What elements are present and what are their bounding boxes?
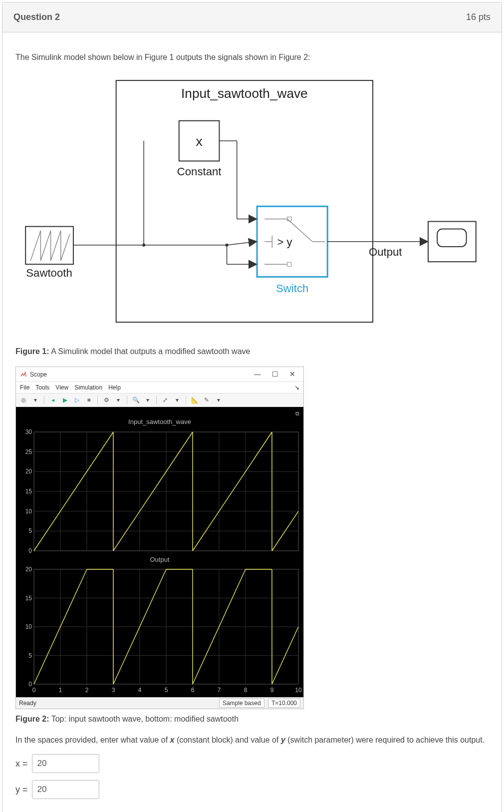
diagram-title: Input_sawtooth_wave <box>181 86 308 101</box>
step-back-icon[interactable]: ◂ <box>48 396 57 405</box>
chart-output: 05101520012345678910 <box>18 566 302 696</box>
menu-simulation[interactable]: Simulation <box>74 383 102 392</box>
popout-icon[interactable]: ⧉ <box>295 410 301 416</box>
svg-rect-10 <box>287 262 291 266</box>
prompt-text: The Simulink model shown below in Figure… <box>15 51 489 63</box>
question-points: 16 pts <box>466 10 491 24</box>
autoscale-icon[interactable]: ⤢ <box>161 396 170 405</box>
settings-icon[interactable]: ⚙ <box>102 396 111 405</box>
svg-text:15: 15 <box>25 488 32 495</box>
x-input[interactable] <box>32 754 99 773</box>
svg-text:7: 7 <box>218 687 221 694</box>
question-body: The Simulink model shown below in Figure… <box>2 32 502 812</box>
matlab-logo-icon <box>20 371 27 378</box>
svg-text:10: 10 <box>25 508 32 515</box>
menu-view[interactable]: View <box>55 383 68 392</box>
svg-text:0: 0 <box>28 681 32 688</box>
scope-menubar: File Tools View Simulation Help ↘ <box>16 382 303 394</box>
menu-tools[interactable]: Tools <box>35 383 49 392</box>
question-title: Question 2 <box>13 10 60 24</box>
scope-plots: ⧉ Input_sawtooth_wave 051015202530 Outpu… <box>16 407 303 697</box>
svg-rect-17 <box>428 221 476 262</box>
switch-block: > y Switch <box>257 206 327 294</box>
figure2-caption: Figure 2: Top: input sawtooth wave, bott… <box>15 713 489 725</box>
sawtooth-block: Sawtooth <box>25 227 73 280</box>
svg-text:20: 20 <box>25 468 32 475</box>
scope-toolbar: ◎▾ ◂ ▶ ▷ ■ ⚙▾ 🔍▾ ⤢▾ 📐 ✎▾ <box>16 394 303 407</box>
scope-titlebar: Scope — ☐ ✕ <box>16 367 303 382</box>
status-ready: Ready <box>19 699 36 708</box>
pin-icon[interactable]: ↘ <box>294 383 299 392</box>
zoom-icon[interactable]: 🔍 <box>131 396 140 405</box>
question-card: Question 2 16 pts The Simulink model sho… <box>2 2 502 812</box>
y-label: y = <box>15 783 28 797</box>
stop-icon[interactable]: ■ <box>84 396 93 405</box>
svg-text:2: 2 <box>85 687 89 694</box>
scope-title: Scope <box>30 370 47 379</box>
highlight-icon[interactable]: ✎ <box>202 396 211 405</box>
svg-text:10: 10 <box>295 687 302 694</box>
svg-rect-18 <box>437 229 466 247</box>
svg-text:0: 0 <box>28 547 32 554</box>
svg-text:Constant: Constant <box>177 165 222 178</box>
plot-title-top: Input_sawtooth_wave <box>18 416 301 429</box>
status-time: T=10.000 <box>268 699 300 708</box>
menu-file[interactable]: File <box>20 383 29 392</box>
diagram-svg: Input_sawtooth_wave Sawtooth x Constant <box>15 75 489 337</box>
svg-rect-0 <box>116 80 373 322</box>
scope-statusbar: Ready Sample based T=10.000 <box>16 697 303 709</box>
question-header: Question 2 16 pts <box>2 2 502 32</box>
svg-text:Output: Output <box>369 246 402 258</box>
target-icon[interactable]: ◎ <box>19 396 28 405</box>
svg-text:9: 9 <box>270 687 274 694</box>
svg-text:5: 5 <box>165 687 168 694</box>
scope-block <box>428 221 476 262</box>
svg-text:8: 8 <box>244 687 248 694</box>
step-forward-icon[interactable]: ▷ <box>72 396 81 405</box>
svg-line-24 <box>227 242 256 245</box>
svg-text:> y: > y <box>277 236 292 248</box>
menu-help[interactable]: Help <box>108 383 121 392</box>
svg-text:20: 20 <box>25 566 32 573</box>
svg-text:0: 0 <box>32 687 36 694</box>
minimize-icon[interactable]: — <box>250 369 265 380</box>
svg-text:10: 10 <box>25 623 32 630</box>
play-icon[interactable]: ▶ <box>60 396 69 405</box>
svg-text:4: 4 <box>138 687 142 694</box>
answer-y-row: y = <box>15 780 489 799</box>
x-label: x = <box>15 757 28 771</box>
simulink-diagram: Input_sawtooth_wave Sawtooth x Constant <box>15 75 489 341</box>
svg-text:30: 30 <box>25 429 32 435</box>
svg-text:1: 1 <box>59 687 62 694</box>
answer-x-row: x = <box>15 754 489 773</box>
svg-text:Sawtooth: Sawtooth <box>26 267 72 279</box>
svg-text:x: x <box>196 134 203 149</box>
instruction-text: In the spaces provided, enter what value… <box>15 734 489 746</box>
close-icon[interactable]: ✕ <box>285 369 299 380</box>
plot-title-bottom: Output <box>18 554 301 567</box>
scope-window: Scope — ☐ ✕ File Tools View Simulation H… <box>15 367 304 709</box>
y-input[interactable] <box>32 780 99 799</box>
svg-text:Switch: Switch <box>276 282 308 295</box>
svg-text:5: 5 <box>28 652 32 659</box>
constant-block: x Constant <box>177 121 222 178</box>
svg-text:25: 25 <box>25 448 32 455</box>
figure1-caption: Figure 1: A Simulink model that outputs … <box>15 346 489 358</box>
svg-text:15: 15 <box>25 595 32 602</box>
chart-input-sawtooth: 051015202530 <box>18 429 302 554</box>
status-sample: Sample based <box>219 699 264 708</box>
measure-icon[interactable]: 📐 <box>190 396 199 405</box>
svg-text:5: 5 <box>28 527 32 534</box>
maximize-icon[interactable]: ☐ <box>268 369 282 380</box>
svg-text:6: 6 <box>191 687 195 694</box>
svg-text:3: 3 <box>112 687 115 694</box>
